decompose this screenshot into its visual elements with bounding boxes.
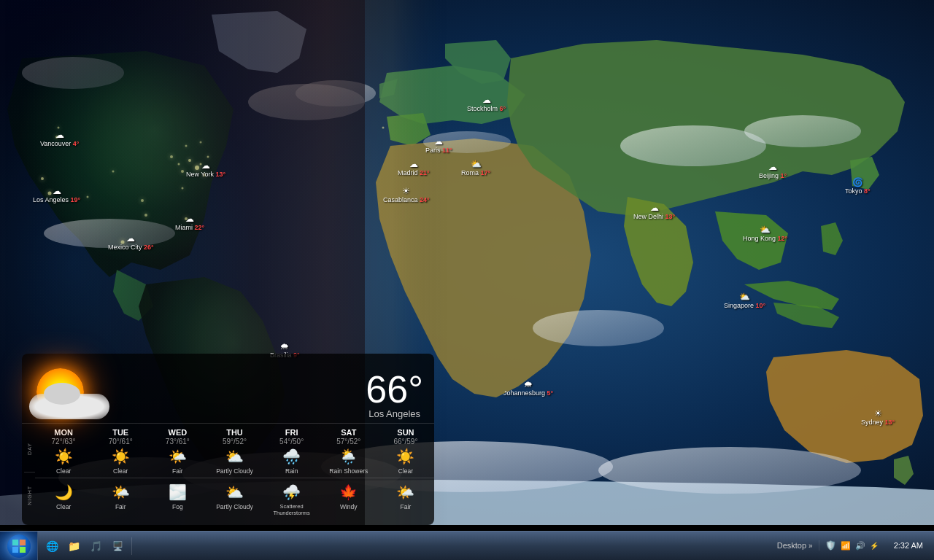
security-tray-icon[interactable]: 🛡️ (825, 540, 836, 551)
taskbar-divider (131, 537, 132, 555)
desktop-label: Desktop (777, 541, 806, 550)
city-casablanca: ☀ Casablanca 24° (383, 186, 430, 203)
city-beijing: ☁ Beijing 1° (759, 162, 787, 179)
desktop-chevron-icon: » (808, 542, 813, 550)
weather-current: 66° Los Angeles (22, 361, 434, 424)
city-singapore: ⛅ Singapore 10° (724, 292, 765, 309)
day-label: DAY (27, 443, 32, 455)
network-tray-icon[interactable]: 📶 (841, 541, 851, 551)
folder-icon[interactable]: 📁 (63, 536, 84, 556)
system-tray: 🛡️ 📶 🔊 ⚡ (819, 540, 884, 551)
current-location: Los Angeles (366, 408, 423, 419)
city-hongkong: ⛅ Hong Kong 12° (743, 225, 787, 242)
current-temp: 66° (366, 370, 423, 408)
svg-rect-42 (20, 547, 26, 553)
city-mexicocity: ☁ Mexico City 26° (108, 233, 154, 251)
volume-tray-icon[interactable]: 🔊 (855, 541, 865, 551)
start-button[interactable] (0, 532, 38, 561)
quick-launch: 🌐 📁 🎵 🖥️ (38, 536, 138, 556)
forecast-sun-night: 🌤️ Fair (377, 480, 434, 518)
clock-time: 2:32 AM (894, 540, 923, 551)
city-miami: ☁ Miami 22° (175, 214, 204, 231)
windows-logo-icon (12, 539, 26, 553)
show-desktop-icon[interactable]: 🖥️ (107, 536, 128, 556)
taskbar-right: Desktop » 🛡️ 📶 🔊 ⚡ 2:32 AM (770, 540, 934, 551)
city-madrid: ☁ Madrid 21° (398, 159, 430, 176)
city-sydney: ☀ Sydney 13° (861, 408, 895, 426)
city-johannesburg: 🌧 Johannesburg 5° (503, 379, 553, 397)
forecast-fri-night: ⛈️ Scattered Thunderstorms (263, 480, 320, 518)
forecast-thu-night: ⛅ Partly Cloudy (206, 480, 263, 518)
media-icon[interactable]: 🎵 (85, 536, 106, 556)
svg-rect-40 (20, 540, 26, 545)
forecast-mon-night: 🌙 Clear (35, 480, 92, 518)
city-paris: ☁ Paris 11° (425, 136, 452, 154)
weather-widget: 66° Los Angeles DAY NIGHT MON 72°/63° ☀️ (22, 354, 434, 525)
svg-rect-39 (12, 540, 18, 545)
city-vancouver: ☁ Vancouver 4° (40, 130, 79, 147)
night-forecast-section: 🌙 Clear 🌤️ Fair 🌫️ Fog ⛅ Partly Cloudy (35, 478, 434, 518)
forecast-sun: SUN 66°/59° ☀️ Clear (377, 427, 434, 476)
system-clock[interactable]: 2:32 AM (890, 540, 927, 551)
night-label: NIGHT (27, 486, 32, 505)
city-newdelhi: ☁ New Delhi 13° (633, 203, 675, 220)
forecast-wed-night: 🌫️ Fog (149, 480, 206, 518)
taskbar: 🌐 📁 🎵 🖥️ Desktop » 🛡️ 📶 🔊 ⚡ 2:32 AM (0, 531, 934, 560)
temperature-display: 66° Los Angeles (366, 370, 423, 419)
forecast-tue: TUE 70°/61° ☀️ Clear (92, 427, 149, 476)
city-roma: ⛅ Roma 17° (461, 159, 490, 176)
forecast-container: DAY NIGHT MON 72°/63° ☀️ Clear TUE 7 (22, 427, 434, 518)
city-stockholm: ☁ Stockholm 6° (467, 95, 506, 112)
desktop-button[interactable]: Desktop » (777, 541, 813, 550)
ie-icon[interactable]: 🌐 (42, 536, 62, 556)
forecast-wed: WED 73°/61° 🌤️ Fair (149, 427, 206, 476)
day-night-labels: DAY NIGHT (22, 427, 35, 518)
battery-tray-icon[interactable]: ⚡ (870, 542, 879, 550)
day-forecast-section: MON 72°/63° ☀️ Clear TUE 70°/61° ☀️ Clea… (35, 427, 434, 478)
forecast-columns: MON 72°/63° ☀️ Clear TUE 70°/61° ☀️ Clea… (35, 427, 434, 518)
forecast-sat-night: 🍁 Windy (320, 480, 377, 518)
city-losangeles: ☁ Los Angeles 19° (33, 186, 80, 203)
forecast-tue-night: 🌤️ Fair (92, 480, 149, 518)
forecast-thu: THU 59°/52° ⛅ Partly Cloudy (206, 427, 263, 476)
forecast-sat: SAT 57°/52° 🌦️ Rain Showers (320, 427, 377, 476)
forecast-mon: MON 72°/63° ☀️ Clear (35, 427, 92, 476)
city-tokyo: 🌀 Tokyo 8° (845, 177, 871, 195)
svg-rect-41 (12, 547, 18, 553)
current-weather-icon (26, 361, 120, 419)
forecast-fri: FRI 54°/50° 🌧️ Rain (263, 427, 320, 476)
start-orb[interactable] (7, 534, 31, 558)
city-newyork: ☁ New York 13° (186, 160, 225, 178)
